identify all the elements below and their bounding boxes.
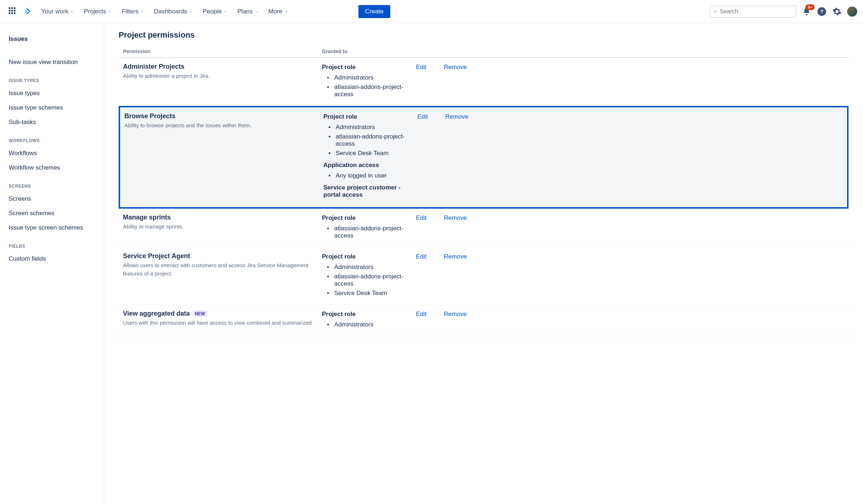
permissions-table: Permission Granted to Administer Project… bbox=[119, 46, 849, 336]
nav-item-label: Your work bbox=[41, 8, 68, 15]
grant-item: Administrators bbox=[336, 123, 417, 132]
col-header-permission: Permission bbox=[123, 48, 322, 54]
remove-link[interactable]: Remove bbox=[444, 253, 467, 298]
permission-info: Manage sprintsAbility to manage sprints. bbox=[123, 214, 322, 240]
grant-item: atlassian-addons-project-access bbox=[334, 224, 416, 240]
user-avatar[interactable] bbox=[847, 7, 857, 17]
page-layout: Issues New issue view transition ISSUE T… bbox=[0, 23, 863, 504]
chevron-down-icon bbox=[70, 10, 74, 13]
nav-item-label: Filters bbox=[122, 8, 138, 15]
sidebar-item-issues[interactable]: Issues bbox=[6, 32, 98, 46]
permission-name: Manage sprints bbox=[123, 214, 322, 221]
permission-row: Service Project AgentAllows users to int… bbox=[119, 247, 849, 305]
permission-actions: EditRemove bbox=[416, 63, 844, 99]
permission-row: View aggregated dataNEWUsers with this p… bbox=[119, 305, 849, 336]
grant-heading: Project role bbox=[322, 253, 416, 260]
remove-link[interactable]: Remove bbox=[445, 113, 468, 201]
sidebar-item-screen-schemes[interactable]: Screen schemes bbox=[6, 206, 98, 221]
nav-item-your-work[interactable]: Your work bbox=[38, 5, 77, 18]
nav-item-filters[interactable]: Filters bbox=[118, 5, 147, 18]
new-lozenge: NEW bbox=[193, 311, 207, 317]
sidebar-item-issue-types[interactable]: Issue types bbox=[6, 86, 98, 101]
chevron-down-icon bbox=[140, 10, 144, 13]
sidebar-item-sub-tasks[interactable]: Sub-tasks bbox=[6, 115, 98, 129]
nav-item-dashboards[interactable]: Dashboards bbox=[150, 5, 196, 18]
edit-link[interactable]: Edit bbox=[416, 311, 426, 329]
permission-actions: EditRemove bbox=[416, 214, 844, 240]
sidebar-item-issue-type-schemes[interactable]: Issue type schemes bbox=[6, 101, 98, 115]
chevron-down-icon bbox=[255, 10, 258, 13]
grant-heading: Service project customer - portal access bbox=[323, 184, 417, 198]
settings-button[interactable] bbox=[832, 7, 842, 17]
notifications-button[interactable]: 9+ bbox=[802, 7, 812, 17]
sidebar-heading-workflows: WORKFLOWS bbox=[6, 129, 98, 146]
help-button[interactable]: ? bbox=[817, 7, 827, 17]
permission-description: Allows users to interact with customers … bbox=[123, 261, 322, 278]
sidebar-item-issue-type-screen-schemes[interactable]: Issue type screen schemes bbox=[6, 221, 98, 235]
nav-item-projects[interactable]: Projects bbox=[80, 5, 115, 18]
grant-heading: Project role bbox=[322, 214, 416, 222]
permission-info: Administer ProjectsAbility to administer… bbox=[123, 63, 322, 99]
app-switcher-icon[interactable] bbox=[9, 7, 17, 16]
granted-to: Project roleAdministratorsatlassian-addo… bbox=[323, 112, 417, 201]
permission-name: Administer Projects bbox=[123, 63, 322, 71]
grant-heading: Application access bbox=[323, 162, 417, 169]
sidebar-heading-screens: SCREENS bbox=[6, 175, 98, 192]
grant-item: atlassian-addons-project-access bbox=[334, 272, 416, 289]
granted-to: Project roleatlassian-addons-project-acc… bbox=[322, 214, 416, 240]
search-box[interactable] bbox=[710, 5, 796, 18]
nav-items: Your workProjectsFiltersDashboardsPeople… bbox=[38, 5, 354, 18]
grant-list: atlassian-addons-project-access bbox=[322, 224, 416, 240]
sidebar-item-new-issue-view[interactable]: New issue view transition bbox=[6, 55, 98, 69]
grant-list: Administratorsatlassian-addons-project-a… bbox=[323, 123, 417, 158]
nav-item-plans[interactable]: Plans bbox=[234, 5, 262, 18]
sidebar-item-workflow-schemes[interactable]: Workflow schemes bbox=[6, 161, 98, 175]
nav-item-label: More bbox=[268, 8, 282, 15]
grant-list: Administratorsatlassian-addons-project-a… bbox=[322, 262, 416, 298]
grant-item: Any logged in user bbox=[336, 171, 417, 180]
granted-to: Project roleAdministratorsatlassian-addo… bbox=[322, 63, 416, 99]
grant-heading: Project role bbox=[322, 311, 416, 318]
sidebar-item-workflows[interactable]: Workflows bbox=[6, 146, 98, 161]
sidebar-item-custom-fields[interactable]: Custom fields bbox=[6, 252, 98, 266]
nav-item-more[interactable]: More bbox=[265, 5, 292, 18]
grant-item: Administrators bbox=[334, 262, 416, 272]
search-icon bbox=[714, 8, 717, 15]
chevron-down-icon bbox=[224, 10, 227, 13]
permission-name: View aggregated dataNEW bbox=[123, 310, 322, 317]
permission-description: Ability to administer a project in Jira. bbox=[123, 72, 322, 80]
permission-description: Ability to manage sprints. bbox=[123, 223, 322, 231]
svg-point-0 bbox=[714, 10, 716, 12]
gear-icon bbox=[832, 7, 842, 16]
granted-to: Project roleAdministrators bbox=[322, 310, 416, 329]
nav-item-label: Projects bbox=[84, 8, 106, 15]
nav-item-people[interactable]: People bbox=[199, 5, 231, 18]
permission-info: Browse ProjectsAbility to browse project… bbox=[124, 112, 323, 201]
jira-logo-icon[interactable] bbox=[23, 7, 32, 16]
nav-item-label: People bbox=[203, 8, 222, 15]
granted-to: Project roleAdministratorsatlassian-addo… bbox=[322, 252, 416, 298]
remove-link[interactable]: Remove bbox=[444, 214, 467, 240]
permission-row: Browse ProjectsAbility to browse project… bbox=[119, 106, 849, 209]
edit-link[interactable]: Edit bbox=[417, 113, 428, 201]
help-icon: ? bbox=[817, 7, 826, 16]
edit-link[interactable]: Edit bbox=[416, 64, 426, 99]
chevron-down-icon bbox=[284, 10, 288, 13]
grant-heading: Project role bbox=[322, 64, 416, 71]
sidebar: Issues New issue view transition ISSUE T… bbox=[0, 23, 104, 504]
search-input[interactable] bbox=[720, 8, 792, 15]
grant-item: atlassian-addons-project-access bbox=[334, 82, 416, 99]
edit-link[interactable]: Edit bbox=[416, 253, 426, 298]
create-button[interactable]: Create bbox=[358, 5, 390, 18]
grant-list: Any logged in user bbox=[323, 171, 417, 180]
remove-link[interactable]: Remove bbox=[444, 311, 467, 329]
edit-link[interactable]: Edit bbox=[416, 214, 426, 240]
permission-actions: EditRemove bbox=[417, 112, 843, 201]
sidebar-item-screens[interactable]: Screens bbox=[6, 192, 98, 206]
remove-link[interactable]: Remove bbox=[444, 64, 467, 99]
permission-actions: EditRemove bbox=[416, 310, 844, 329]
grant-item: Service Desk Team bbox=[334, 289, 416, 298]
grant-list: Administrators bbox=[322, 320, 416, 329]
svg-text:?: ? bbox=[820, 8, 823, 14]
permission-row: Administer ProjectsAbility to administer… bbox=[119, 58, 849, 106]
